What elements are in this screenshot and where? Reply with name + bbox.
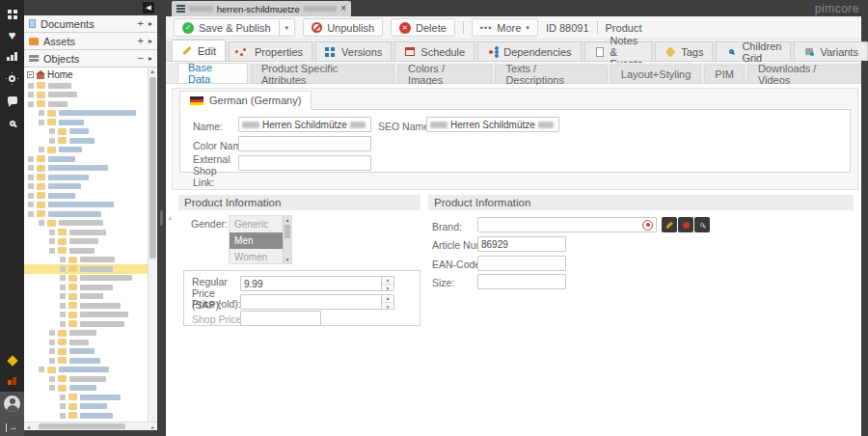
hamburger-icon[interactable] <box>176 5 185 7</box>
tree-item[interactable] <box>24 201 148 210</box>
logout-icon[interactable]: → <box>6 423 17 432</box>
shop-price-input[interactable] <box>240 311 321 326</box>
sidebar-panel-assets[interactable]: Assets + ▸ <box>24 33 157 50</box>
subtab-downloads-videos[interactable]: Downloads / Videos <box>747 65 861 83</box>
tree-item-home[interactable]: Home <box>24 68 157 82</box>
scroll-up-icon[interactable]: ▲ <box>284 216 291 224</box>
tree-item[interactable] <box>24 127 148 137</box>
tree-item[interactable] <box>24 347 148 357</box>
tree-item[interactable] <box>24 81 148 91</box>
tab-children-grid[interactable]: Children Grid <box>716 41 791 61</box>
scroll-down-icon[interactable]: ▼ <box>284 256 291 263</box>
tree-item[interactable] <box>24 109 148 119</box>
gender-multiselect[interactable]: Generic Men Women ▲ ▼ <box>229 215 292 264</box>
tree-item[interactable] <box>24 209 148 219</box>
old-price-input[interactable]: ▲▼ <box>240 294 394 310</box>
tree-item[interactable] <box>24 118 148 127</box>
tree-item[interactable] <box>24 264 148 274</box>
avatar[interactable] <box>4 395 20 412</box>
subtab-base-data[interactable]: Base Data <box>177 63 248 83</box>
color-name-input[interactable] <box>238 136 371 151</box>
tree-item[interactable] <box>24 182 148 192</box>
unpublish-button[interactable]: Unpublish <box>303 18 383 37</box>
tree-item[interactable] <box>24 219 148 229</box>
spinner[interactable]: ▲▼ <box>381 276 393 291</box>
spinner[interactable]: ▲▼ <box>381 294 393 310</box>
tab-dependencies[interactable]: Dependencies <box>477 41 581 61</box>
heart-icon[interactable]: ♥ <box>0 25 24 44</box>
save-options-dropdown[interactable]: ▾ <box>280 18 296 37</box>
report-chart-icon[interactable] <box>0 371 24 391</box>
analytics-icon[interactable] <box>0 46 24 66</box>
size-input[interactable] <box>477 274 566 289</box>
add-asset-button[interactable]: + <box>138 36 144 46</box>
splitter-handle[interactable] <box>160 210 163 226</box>
subtab-pim[interactable]: PIM <box>704 65 745 83</box>
expander-icon[interactable] <box>27 71 34 78</box>
scroll-thumb[interactable] <box>39 423 125 429</box>
sidebar-panel-documents[interactable]: Documents + ▸ <box>24 15 157 33</box>
tree-item[interactable] <box>24 356 148 366</box>
regular-price-input[interactable]: 9.99 ▲▼ <box>240 276 394 291</box>
add-document-button[interactable]: + <box>138 18 144 29</box>
tree-item[interactable] <box>24 237 148 247</box>
panel-expand-icon[interactable]: ▸ <box>149 54 152 63</box>
panel-expand-icon[interactable]: ▸ <box>149 37 152 45</box>
sidebar-collapse-button[interactable]: ◀ <box>143 2 154 14</box>
tree-item[interactable] <box>24 256 148 265</box>
tree-horizontal-scrollbar[interactable]: ◂ ▸ <box>24 422 157 430</box>
gear-icon[interactable] <box>0 68 24 88</box>
ean-code-input[interactable] <box>477 256 566 271</box>
sidebar-panel-objects[interactable]: Objects − ▸ <box>24 50 157 68</box>
tree-item[interactable] <box>24 91 148 100</box>
tree-item[interactable] <box>24 274 148 284</box>
tree-vertical-scrollbar[interactable]: ▲ <box>148 68 156 422</box>
name-input[interactable]: Herren Schildmütze <box>238 117 371 132</box>
apps-grid-icon[interactable] <box>0 4 24 23</box>
tree-item[interactable] <box>24 319 148 329</box>
diamond-icon[interactable] <box>0 351 24 370</box>
tree-item[interactable] <box>24 228 148 237</box>
tree-item[interactable] <box>24 136 148 146</box>
panel-splitter[interactable] <box>157 0 166 436</box>
subtab-product-specific-attributes[interactable]: Product Specific Attributes <box>251 65 394 83</box>
subtab-layout-styling[interactable]: Layout+Styling <box>610 65 701 83</box>
tree-item[interactable] <box>24 164 148 174</box>
language-tab-german[interactable]: German (Germany) <box>179 91 312 110</box>
tree-item[interactable] <box>24 246 148 256</box>
tree-item[interactable] <box>24 283 148 292</box>
panel-expand-icon[interactable]: ▸ <box>149 19 152 28</box>
tree-item[interactable] <box>24 411 148 421</box>
tree-item[interactable] <box>24 393 148 402</box>
save-publish-button[interactable]: ✓ Save & Publish <box>174 18 280 37</box>
tree-item[interactable] <box>24 173 148 182</box>
search-icon[interactable] <box>0 114 24 133</box>
delete-button[interactable]: ✕ Delete <box>391 18 455 37</box>
brand-edit-button[interactable] <box>662 217 677 232</box>
tree-item[interactable] <box>24 146 148 155</box>
tree-item[interactable] <box>24 191 148 201</box>
remove-relation-icon[interactable] <box>642 220 653 231</box>
article-number-input[interactable]: 86929 <box>477 236 566 252</box>
tree-item[interactable] <box>24 329 148 339</box>
subtab-texts-descriptions[interactable]: Texts / Descriptions <box>495 65 607 83</box>
more-button[interactable]: ••• More ▾ <box>472 18 538 37</box>
collapse-objects-button[interactable]: − <box>138 53 144 64</box>
tree-item[interactable] <box>24 301 148 311</box>
tab-edit[interactable]: Edit <box>172 40 226 61</box>
external-shop-link-input[interactable] <box>238 155 371 171</box>
scroll-left-icon[interactable]: ◂ <box>24 423 33 430</box>
tab-properties[interactable]: Properties <box>229 41 312 61</box>
chat-bubble-icon[interactable] <box>0 91 24 110</box>
scroll-thumb[interactable] <box>285 225 290 238</box>
tree-item[interactable] <box>24 338 148 347</box>
tab-notes-events[interactable]: Notes & Events <box>584 41 653 61</box>
gender-scrollbar[interactable]: ▲ ▼ <box>283 216 291 263</box>
tree-item[interactable] <box>24 374 148 384</box>
tree-item[interactable] <box>24 292 148 302</box>
tab-schedule[interactable]: Schedule <box>394 41 475 61</box>
tab-tags[interactable]: Tags <box>655 41 713 61</box>
tree-item[interactable] <box>24 402 148 412</box>
tab-variants[interactable]: Variants <box>794 41 868 61</box>
tree-item[interactable] <box>24 99 148 109</box>
